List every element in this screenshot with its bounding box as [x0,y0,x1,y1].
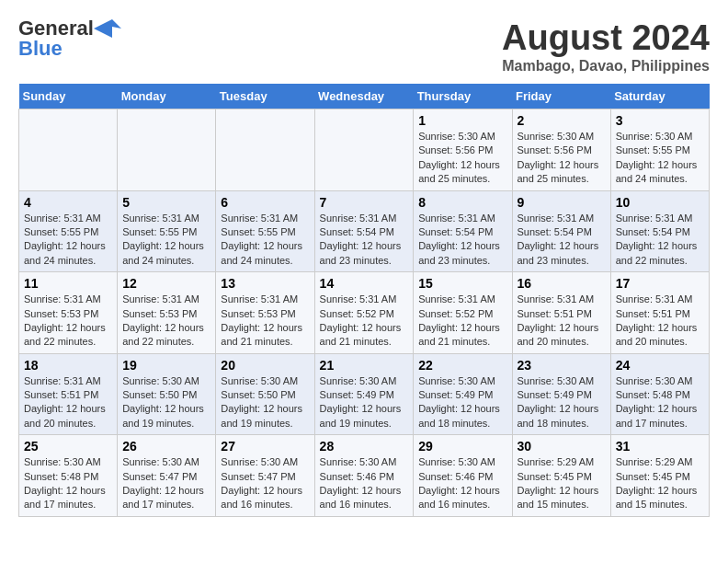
day-info: Sunrise: 5:30 AM Sunset: 5:48 PM Dayligh… [24,455,112,512]
day-info: Sunrise: 5:30 AM Sunset: 5:56 PM Dayligh… [418,130,506,187]
day-info: Sunrise: 5:31 AM Sunset: 5:51 PM Dayligh… [616,293,704,350]
day-info: Sunrise: 5:30 AM Sunset: 5:46 PM Dayligh… [418,455,506,512]
day-info: Sunrise: 5:30 AM Sunset: 5:50 PM Dayligh… [122,374,210,431]
calendar-cell: 27Sunrise: 5:30 AM Sunset: 5:47 PM Dayli… [216,435,314,517]
day-number: 10 [616,195,704,210]
day-info: Sunrise: 5:30 AM Sunset: 5:48 PM Dayligh… [616,374,704,431]
calendar-cell: 15Sunrise: 5:31 AM Sunset: 5:52 PM Dayli… [414,272,512,354]
calendar-cell: 18Sunrise: 5:31 AM Sunset: 5:51 PM Dayli… [19,353,118,435]
calendar-cell: 16Sunrise: 5:31 AM Sunset: 5:51 PM Dayli… [512,272,610,354]
calendar-cell: 23Sunrise: 5:30 AM Sunset: 5:49 PM Dayli… [512,353,610,435]
calendar-cell: 29Sunrise: 5:30 AM Sunset: 5:46 PM Dayli… [414,435,512,517]
calendar-cell: 5Sunrise: 5:31 AM Sunset: 5:55 PM Daylig… [118,190,216,272]
day-info: Sunrise: 5:30 AM Sunset: 5:49 PM Dayligh… [320,374,409,431]
calendar-cell: 10Sunrise: 5:31 AM Sunset: 5:54 PM Dayli… [610,190,709,272]
day-info: Sunrise: 5:31 AM Sunset: 5:55 PM Dayligh… [221,212,309,269]
calendar-cell: 30Sunrise: 5:29 AM Sunset: 5:45 PM Dayli… [512,435,610,517]
logo-blue-text: Blue [18,39,63,59]
calendar-table: SundayMondayTuesdayWednesdayThursdayFrid… [18,84,710,517]
day-number: 24 [616,358,704,373]
logo-arrow-icon [94,19,121,38]
day-info: Sunrise: 5:31 AM Sunset: 5:52 PM Dayligh… [418,293,506,350]
calendar-cell: 13Sunrise: 5:31 AM Sunset: 5:53 PM Dayli… [216,272,314,354]
day-number: 30 [518,439,606,454]
calendar-cell: 28Sunrise: 5:30 AM Sunset: 5:46 PM Dayli… [314,435,414,517]
day-info: Sunrise: 5:30 AM Sunset: 5:56 PM Dayligh… [518,130,606,187]
day-info: Sunrise: 5:31 AM Sunset: 5:54 PM Dayligh… [518,212,606,269]
calendar-header-row: SundayMondayTuesdayWednesdayThursdayFrid… [19,84,710,109]
day-info: Sunrise: 5:30 AM Sunset: 5:46 PM Dayligh… [320,455,409,512]
day-number: 17 [616,276,704,291]
calendar-cell: 31Sunrise: 5:29 AM Sunset: 5:45 PM Dayli… [610,435,709,517]
day-info: Sunrise: 5:29 AM Sunset: 5:45 PM Dayligh… [518,455,606,512]
day-number: 28 [320,439,409,454]
day-header-saturday: Saturday [610,84,709,109]
day-info: Sunrise: 5:31 AM Sunset: 5:51 PM Dayligh… [518,293,606,350]
calendar-cell: 6Sunrise: 5:31 AM Sunset: 5:55 PM Daylig… [216,190,314,272]
day-number: 7 [320,195,409,210]
day-number: 3 [616,113,704,128]
day-number: 2 [518,113,606,128]
day-info: Sunrise: 5:31 AM Sunset: 5:55 PM Dayligh… [24,212,112,269]
calendar-week-row: 11Sunrise: 5:31 AM Sunset: 5:53 PM Dayli… [19,272,710,354]
day-number: 5 [122,195,210,210]
day-info: Sunrise: 5:31 AM Sunset: 5:54 PM Dayligh… [320,212,409,269]
calendar-cell: 8Sunrise: 5:31 AM Sunset: 5:54 PM Daylig… [414,190,512,272]
day-header-sunday: Sunday [19,84,118,109]
calendar-cell: 12Sunrise: 5:31 AM Sunset: 5:53 PM Dayli… [118,272,216,354]
day-info: Sunrise: 5:31 AM Sunset: 5:52 PM Dayligh… [320,293,409,350]
day-info: Sunrise: 5:30 AM Sunset: 5:50 PM Dayligh… [221,374,309,431]
day-info: Sunrise: 5:31 AM Sunset: 5:53 PM Dayligh… [221,293,309,350]
day-info: Sunrise: 5:30 AM Sunset: 5:49 PM Dayligh… [418,374,506,431]
day-number: 8 [418,195,506,210]
day-header-monday: Monday [118,84,216,109]
day-info: Sunrise: 5:31 AM Sunset: 5:55 PM Dayligh… [122,212,210,269]
calendar-cell: 2Sunrise: 5:30 AM Sunset: 5:56 PM Daylig… [512,109,610,191]
day-number: 29 [418,439,506,454]
calendar-cell: 7Sunrise: 5:31 AM Sunset: 5:54 PM Daylig… [314,190,414,272]
calendar-cell [314,109,414,191]
calendar-cell: 22Sunrise: 5:30 AM Sunset: 5:49 PM Dayli… [414,353,512,435]
day-info: Sunrise: 5:31 AM Sunset: 5:53 PM Dayligh… [122,293,210,350]
day-info: Sunrise: 5:30 AM Sunset: 5:47 PM Dayligh… [221,455,309,512]
day-header-wednesday: Wednesday [314,84,414,109]
day-number: 6 [221,195,309,210]
calendar-cell: 1Sunrise: 5:30 AM Sunset: 5:56 PM Daylig… [414,109,512,191]
calendar-cell: 26Sunrise: 5:30 AM Sunset: 5:47 PM Dayli… [118,435,216,517]
day-info: Sunrise: 5:31 AM Sunset: 5:54 PM Dayligh… [616,212,704,269]
day-info: Sunrise: 5:31 AM Sunset: 5:53 PM Dayligh… [24,293,112,350]
logo-text: General [18,18,94,39]
calendar-cell: 3Sunrise: 5:30 AM Sunset: 5:55 PM Daylig… [610,109,709,191]
day-info: Sunrise: 5:29 AM Sunset: 5:45 PM Dayligh… [616,455,704,512]
logo: General Blue [18,18,121,59]
day-number: 15 [418,276,506,291]
main-title: August 2024 [502,18,710,58]
day-info: Sunrise: 5:31 AM Sunset: 5:54 PM Dayligh… [418,212,506,269]
day-number: 14 [320,276,409,291]
calendar-cell: 21Sunrise: 5:30 AM Sunset: 5:49 PM Dayli… [314,353,414,435]
day-header-thursday: Thursday [414,84,512,109]
title-block: August 2024 Mambago, Davao, Philippines [502,18,710,75]
day-number: 19 [122,358,210,373]
calendar-cell: 11Sunrise: 5:31 AM Sunset: 5:53 PM Dayli… [19,272,118,354]
day-number: 9 [518,195,606,210]
calendar-cell: 17Sunrise: 5:31 AM Sunset: 5:51 PM Dayli… [610,272,709,354]
day-number: 26 [122,439,210,454]
calendar-cell: 14Sunrise: 5:31 AM Sunset: 5:52 PM Dayli… [314,272,414,354]
calendar-cell [19,109,118,191]
day-info: Sunrise: 5:30 AM Sunset: 5:55 PM Dayligh… [616,130,704,187]
day-number: 4 [24,195,112,210]
day-number: 18 [24,358,112,373]
day-number: 23 [518,358,606,373]
page-header: General Blue August 2024 Mambago, Davao,… [18,18,710,75]
day-number: 11 [24,276,112,291]
calendar-cell: 25Sunrise: 5:30 AM Sunset: 5:48 PM Dayli… [19,435,118,517]
calendar-week-row: 18Sunrise: 5:31 AM Sunset: 5:51 PM Dayli… [19,353,710,435]
calendar-cell [216,109,314,191]
day-header-friday: Friday [512,84,610,109]
day-number: 25 [24,439,112,454]
day-number: 31 [616,439,704,454]
day-number: 21 [320,358,409,373]
calendar-cell: 20Sunrise: 5:30 AM Sunset: 5:50 PM Dayli… [216,353,314,435]
day-number: 13 [221,276,309,291]
